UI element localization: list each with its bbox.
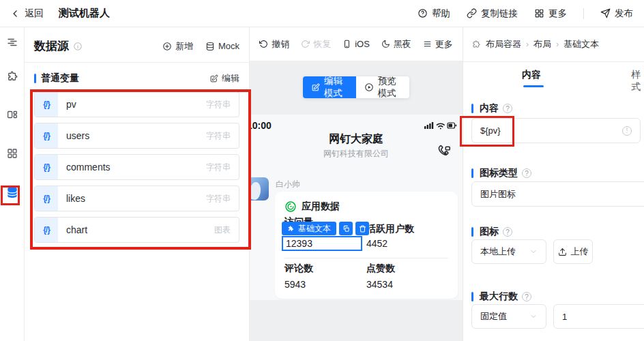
sender-name: 白小帅: [276, 179, 300, 190]
chevron-down-icon: [529, 312, 538, 321]
variable-type: 字符串: [206, 193, 239, 205]
card-divider: [284, 258, 448, 258]
back-label: 返回: [25, 8, 44, 20]
breadcrumb-item-text[interactable]: 基础文本: [564, 38, 599, 50]
breadcrumb-item-layout[interactable]: 布局: [533, 38, 551, 50]
redo-icon: [301, 40, 310, 48]
selected-text-component[interactable]: 12393: [282, 236, 362, 251]
edit-variables-button[interactable]: 编辑: [209, 72, 239, 85]
section-accent-bar: [34, 74, 36, 83]
question-icon: ?: [503, 104, 512, 113]
sidebar-item-components[interactable]: [0, 64, 25, 89]
breadcrumb-item-container[interactable]: 布局容器: [486, 38, 521, 50]
app-swirl-icon: [284, 201, 297, 213]
code-braces-icon: {/}: [35, 155, 58, 179]
redo-label: 恢复: [313, 38, 331, 50]
stat-value-likes: 34534: [366, 279, 393, 290]
moon-icon: [381, 40, 390, 48]
chat-title: 网钉大家庭: [250, 132, 463, 147]
selection-toolbar: 基础文本: [282, 222, 369, 235]
component-type-badge: 基础文本: [282, 222, 336, 235]
battery-icon: [448, 123, 456, 128]
add-variable-button[interactable]: 新增: [162, 40, 193, 53]
max-lines-value: 1: [562, 312, 567, 322]
icon-type-select[interactable]: 图片图标: [471, 181, 644, 207]
max-lines-value-input[interactable]: 1: [553, 304, 644, 329]
content-label-text: 内容: [480, 102, 499, 115]
menu-icon: [423, 40, 432, 48]
copy-link-label: 复制链接: [481, 8, 518, 20]
canvas-toolbar: 撤销 恢复 iOS 黑夜: [250, 27, 463, 61]
mock-button[interactable]: Mock: [205, 40, 239, 53]
variable-row-chart[interactable]: {/} chart 图表: [34, 217, 239, 243]
variable-name: comments: [58, 162, 206, 173]
undo-label: 撤销: [272, 38, 289, 50]
help-button[interactable]: 帮助: [418, 8, 450, 20]
info-icon: [73, 42, 83, 51]
card-title: 应用数据: [302, 201, 340, 213]
question-icon: ?: [522, 168, 531, 178]
sidebar-item-apps[interactable]: [0, 141, 25, 166]
max-lines-mode-select[interactable]: 固定值: [471, 304, 546, 329]
field-accent-bar: [471, 168, 473, 178]
ios-toggle-button[interactable]: iOS: [342, 39, 370, 49]
night-mode-button[interactable]: 黑夜: [381, 38, 411, 50]
tab-style[interactable]: 样式: [631, 69, 644, 93]
sidebar-item-outline[interactable]: [0, 30, 25, 55]
card-header: 应用数据: [284, 201, 340, 213]
variable-row-users[interactable]: {/} users 字符串: [34, 123, 239, 149]
message-card[interactable]: 应用数据 访问量 基础文本: [275, 192, 458, 299]
edit-mode-icon: [311, 83, 320, 92]
edit-mode-button[interactable]: 编辑模式: [303, 76, 356, 98]
content-field-label: 内容 ?: [471, 102, 512, 115]
video-call-icon[interactable]: [437, 145, 452, 160]
stat-value-comments: 5943: [284, 279, 306, 290]
variable-row-comments[interactable]: {/} comments 字符串: [34, 154, 239, 180]
component-type-label: 基础文本: [298, 223, 331, 235]
canvas-more-button[interactable]: 更多: [423, 38, 453, 50]
breadcrumb-separator: ›: [556, 40, 559, 49]
signal-icon: [424, 122, 433, 129]
mode-toggle: 编辑模式 预览模式: [303, 76, 409, 98]
back-button[interactable]: 返回: [11, 8, 44, 20]
help-label: 帮助: [432, 8, 450, 20]
grid-more-icon: [534, 8, 544, 18]
preview-mode-button[interactable]: 预览模式: [356, 76, 409, 98]
panel-title-text: 数据源: [34, 38, 69, 54]
smartphone-icon: [342, 40, 351, 48]
icon-field-label: 图标 ?: [471, 226, 512, 238]
field-accent-bar: [471, 104, 473, 113]
datasource-panel: 数据源 新增 Mock: [25, 27, 250, 341]
copy-component-button[interactable]: [339, 222, 353, 235]
icon-source-select[interactable]: 本地上传: [471, 239, 546, 264]
field-accent-bar: [471, 227, 473, 237]
delete-component-button[interactable]: [355, 222, 369, 235]
sidebar-item-datasource[interactable]: [0, 180, 25, 205]
preview-canvas: 撤销 恢复 iOS 黑夜: [250, 27, 463, 341]
phone-preview: 10:00 网钉大家庭 网钉科技有限公司 白小帅: [250, 115, 463, 300]
panel-title: 数据源: [34, 38, 83, 54]
tab-content[interactable]: 内容: [522, 69, 541, 81]
send-icon: [600, 8, 611, 18]
copy-link-button[interactable]: 复制链接: [467, 8, 518, 20]
layout-blocks-icon: [6, 108, 18, 121]
variable-row-pv[interactable]: {/} pv 字符串: [34, 91, 239, 117]
content-input[interactable]: ${pv} !: [471, 118, 641, 143]
undo-button[interactable]: 撤销: [259, 38, 289, 50]
status-time: 10:00: [250, 120, 272, 131]
sidebar-item-layout[interactable]: [0, 102, 25, 127]
puzzle-icon: [471, 40, 481, 49]
mock-database-icon: [205, 42, 215, 51]
publish-button[interactable]: 发布: [600, 8, 633, 20]
avatar[interactable]: [250, 177, 269, 201]
wifi-icon: [437, 123, 445, 129]
variable-row-likes[interactable]: {/} likes 字符串: [34, 186, 239, 211]
icon-type-field-label: 图标类型 ?: [471, 167, 531, 179]
icon-label-text: 图标: [480, 226, 499, 238]
canvas-more-label: 更多: [435, 38, 453, 50]
night-label: 黑夜: [394, 38, 411, 50]
redo-button[interactable]: 恢复: [301, 38, 331, 50]
upload-button[interactable]: 上传: [553, 239, 593, 264]
more-button[interactable]: 更多: [534, 8, 567, 20]
section-title: 普通变量: [41, 72, 79, 85]
